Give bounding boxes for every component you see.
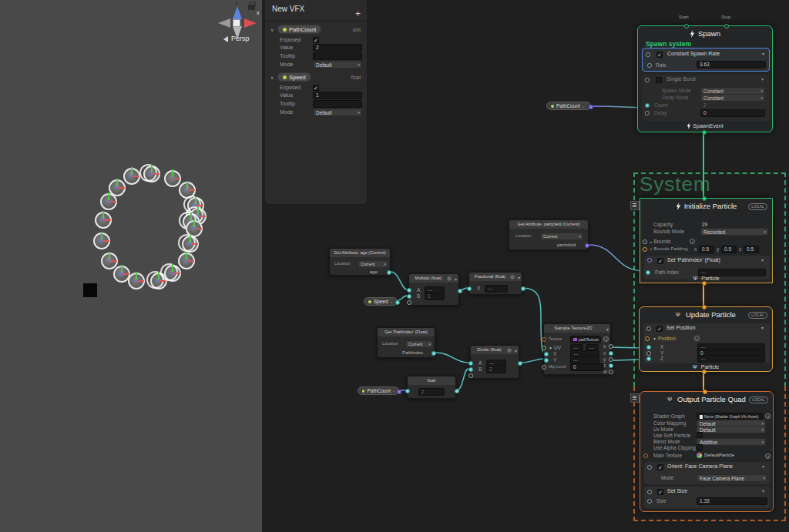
position-y-port[interactable] (646, 351, 651, 356)
update-output-port[interactable] (702, 370, 707, 374)
location-dropdown[interactable]: Current (405, 340, 433, 348)
add-input-port[interactable] (407, 300, 411, 305)
output-context-node[interactable]: Output Particle Quad LOCAL Shader Graph … (640, 391, 774, 512)
gear-icon[interactable] (510, 275, 515, 279)
padding-z-field[interactable]: 0.5 (744, 246, 759, 253)
chevron-down-icon[interactable] (606, 326, 609, 332)
sample-texture2d-node[interactable]: Sample Texture2D Texture pathTexture UV … (543, 323, 611, 375)
float-output-port[interactable] (455, 389, 459, 393)
bounds-label[interactable]: Bounds (650, 239, 671, 244)
bounds-padding-label[interactable]: Bounds Padding (650, 246, 688, 251)
block-enable-port[interactable] (646, 52, 650, 57)
input-b-port[interactable] (468, 367, 473, 372)
uv-label[interactable]: UV (549, 345, 561, 350)
node-title[interactable]: Get Attribute: particleId (Current) (509, 220, 588, 229)
capacity-value[interactable]: 29 (702, 222, 707, 227)
output-x-port[interactable] (609, 351, 613, 356)
output-z-port[interactable] (609, 363, 613, 368)
bounds-mode-dropdown[interactable]: Recorded (700, 228, 768, 236)
spawn-output-port[interactable] (702, 130, 707, 135)
input-x-field[interactable]: — (485, 285, 508, 293)
multiply-node[interactable]: Multiply (float) A — B 1 (408, 273, 459, 306)
input-a-port[interactable] (468, 361, 473, 366)
main-texture-value[interactable]: DefaultParticle (704, 453, 734, 457)
start-port[interactable] (684, 24, 689, 28)
use-soft-particle-checkbox[interactable] (697, 432, 703, 438)
add-input-port[interactable] (468, 373, 473, 378)
get-pathindex-node[interactable]: Get 'PathIndex' (Float) Location Current… (377, 327, 435, 358)
chevron-down-icon[interactable]: ∨ (270, 27, 274, 32)
pathindex-output-port[interactable] (431, 351, 436, 356)
value-field[interactable]: 2 (313, 44, 362, 52)
count-port[interactable] (645, 103, 650, 108)
exposed-checkbox[interactable] (313, 85, 319, 91)
exposed-checkbox[interactable] (313, 37, 319, 43)
fractional-output-port[interactable] (521, 286, 525, 291)
output-s-port[interactable] (609, 344, 613, 349)
tooltip-field[interactable] (313, 52, 362, 60)
context-side-icon[interactable] (630, 201, 640, 210)
chevron-down-icon[interactable]: ∨ (270, 75, 274, 80)
object-picker-icon[interactable] (603, 336, 609, 342)
chevron-down-icon[interactable] (762, 488, 764, 494)
value-field[interactable]: 1 (313, 92, 362, 99)
location-dropdown[interactable]: Current (358, 260, 388, 268)
divide-output-port[interactable] (518, 361, 522, 366)
orient-block[interactable]: Orient: Face Camera Plane Mode Face Came… (644, 462, 771, 484)
pathcount-pill-top[interactable]: PathCount ‹ (546, 102, 591, 110)
location-dropdown[interactable]: Current (540, 233, 583, 240)
delay-mode-dropdown[interactable]: Constant (700, 94, 765, 102)
chevron-down-icon[interactable] (761, 76, 764, 82)
projection-label[interactable]: Persp (231, 35, 250, 42)
blend-mode-dropdown[interactable]: Additive (697, 438, 766, 446)
update-input-port[interactable] (702, 305, 707, 309)
uv-input-port[interactable] (542, 346, 546, 350)
divide-node[interactable]: Divide (float) A — B 2 (470, 345, 519, 379)
collapse-icon[interactable]: ‹ (391, 299, 392, 304)
pill-output-port[interactable] (395, 300, 400, 305)
chevron-down-icon[interactable] (455, 276, 457, 282)
block-enabled-checkbox[interactable] (657, 464, 663, 470)
input-b-field[interactable]: 1 (425, 293, 445, 300)
float-node[interactable]: float 2 (407, 376, 456, 399)
param-pill-pathcount[interactable]: PathCount (277, 25, 321, 34)
block-enabled-checkbox[interactable] (657, 258, 663, 264)
use-alpha-clipping-checkbox[interactable] (697, 444, 703, 450)
initialize-input-port[interactable] (702, 196, 707, 201)
uv-x-port[interactable] (544, 352, 549, 356)
update-context-node[interactable]: Update Particle LOCAL Set Position Posit… (639, 306, 773, 372)
pill-output-port[interactable] (589, 105, 593, 109)
block-enabled-checkbox[interactable] (657, 489, 663, 495)
output-y-port[interactable] (609, 357, 613, 362)
node-title[interactable]: float (408, 376, 455, 385)
size-field[interactable]: 1.33 (697, 497, 767, 505)
texture-field[interactable]: pathTexture (570, 336, 601, 343)
chevron-down-icon[interactable] (762, 463, 764, 469)
gear-icon[interactable] (447, 276, 452, 281)
get-particleid-node[interactable]: Get Attribute: particleId (Current) Loca… (509, 219, 589, 250)
gizmo-left-axis-icon[interactable] (218, 18, 230, 28)
main-texture-port[interactable] (643, 453, 648, 458)
bounds-port[interactable] (643, 239, 647, 244)
uv-mode-dropdown[interactable]: Default (697, 426, 766, 433)
tooltip-field[interactable] (313, 100, 362, 108)
position-z-field[interactable]: — (697, 355, 765, 363)
delay-port[interactable] (645, 111, 650, 115)
param-pill-speed[interactable]: Speed (277, 72, 311, 82)
node-title[interactable]: Get Attribute: age (Current) (330, 249, 390, 257)
output-input-port[interactable] (703, 390, 707, 394)
node-title[interactable]: Get 'PathIndex' (Float) (378, 328, 435, 336)
speed-pill[interactable]: Speed ‹ (364, 297, 398, 306)
gear-icon[interactable] (507, 348, 512, 353)
rate-field[interactable]: 3.63 (697, 61, 766, 69)
get-age-node[interactable]: Get Attribute: age (Current) Location Cu… (329, 248, 391, 276)
float-value-field[interactable]: 2 (418, 388, 445, 396)
block-enable-port[interactable] (647, 490, 652, 494)
bounds-padding-port[interactable] (643, 247, 647, 252)
input-b-field[interactable]: 2 (486, 366, 506, 373)
spawn-context-node[interactable]: Spawn Spawn system Constant Spawn Rate R… (637, 25, 773, 132)
float-input-port[interactable] (405, 389, 410, 393)
node-title[interactable]: Sample Texture2D (544, 324, 610, 333)
initialize-output-port[interactable] (702, 281, 707, 286)
block-enabled-checkbox[interactable] (656, 52, 663, 58)
